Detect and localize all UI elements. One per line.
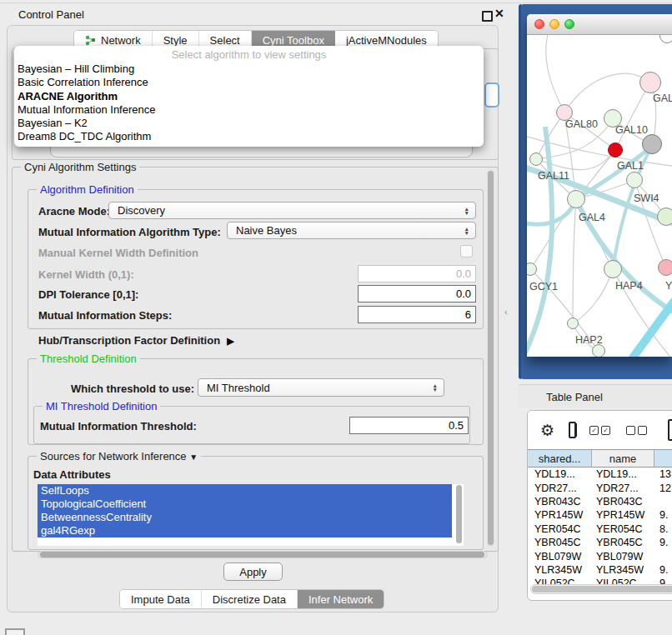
cell: YBR043C (528, 496, 592, 508)
empty-box-icon (638, 426, 647, 435)
list-scrollbar-thumb[interactable] (456, 485, 462, 543)
settings-horizontal-scrollbar[interactable] (38, 551, 488, 558)
network-node-selected[interactable] (608, 142, 623, 158)
sources-title-label: Sources for Network Inference (40, 450, 187, 462)
manual-kernel-checkbox[interactable] (460, 245, 473, 258)
network-node[interactable] (592, 344, 605, 357)
mi-threshold-field[interactable]: 0.5 (349, 417, 469, 434)
network-node[interactable] (626, 172, 643, 188)
algorithm-option[interactable]: Bayesian – Hill Climbing (14, 62, 484, 76)
network-window[interactable]: GAL GAL80 GAL10 GAL1 GAL11 SWI4 GAL4 GCY… (527, 14, 672, 357)
table-horizontal-scrollbar[interactable] (530, 584, 672, 594)
minimize-traffic-light-icon[interactable] (549, 19, 559, 29)
float-window-icon[interactable] (482, 11, 493, 22)
attribute-item-selected[interactable]: gal4RGexp (38, 524, 452, 538)
settings-vertical-scrollbar[interactable] (487, 170, 494, 547)
table-panel-box: ⚙ ✓✓ shared... name YDL19...YDL19...13 Y… (527, 410, 672, 601)
algorithm-placeholder: Select algorithm to view settings (14, 48, 484, 62)
table-row[interactable]: YDR27...YDR27...12 (528, 481, 672, 494)
table-row[interactable]: YBR043CYBR043C (528, 495, 672, 508)
close-icon[interactable]: ✕ (494, 7, 504, 20)
cell: YDR27... (528, 482, 592, 494)
algorithm-option[interactable]: Bayesian – K2 (14, 117, 484, 130)
network-node[interactable] (658, 259, 672, 276)
which-threshold-combo[interactable]: MI Threshold ▲▼ (198, 378, 444, 397)
empty-box-icon (626, 426, 635, 435)
tab-infer-network-label: Infer Network (308, 593, 373, 606)
data-attributes-list: SelfLoops TopologicalCoefficient Between… (38, 484, 464, 546)
algorithm-option[interactable]: Basic Correlation Inference (14, 76, 484, 89)
table-row[interactable]: YBR045CYBR045C9. (528, 536, 672, 549)
table-toolbar: ⚙ ✓✓ (528, 411, 672, 449)
hub-definition-expander[interactable]: Hub/Transcription Factor Definition▶ (38, 334, 234, 347)
columns-icon[interactable] (569, 422, 576, 438)
aracne-mode-combo[interactable]: Discovery ▲▼ (108, 202, 476, 219)
algorithm-option[interactable]: Dream8 DC_TDC Algorithm (14, 130, 484, 143)
focused-combo-stepper[interactable] (484, 82, 499, 108)
cell: YLR345W (528, 564, 592, 576)
network-node[interactable] (567, 318, 579, 329)
network-node[interactable] (567, 190, 585, 208)
network-frame-edge (519, 4, 521, 379)
cell: YIL052C (592, 578, 654, 584)
network-canvas[interactable]: GAL GAL80 GAL10 GAL1 GAL11 SWI4 GAL4 GCY… (527, 35, 672, 357)
column-header-shared[interactable]: shared... (528, 450, 592, 467)
network-node[interactable] (529, 152, 543, 166)
algorithm-option[interactable]: Mutual Information Inference (14, 103, 484, 117)
cell: YDL19... (528, 468, 592, 480)
table-row[interactable]: YPR145WYPR145W9. (528, 508, 672, 522)
select-all-icon[interactable]: ✓✓ (589, 426, 613, 435)
dpi-tolerance-field[interactable]: 0.0 (358, 285, 476, 302)
table-row[interactable]: YLR345WYLR345W9. (528, 563, 672, 577)
table-row[interactable]: YDL19...YDL19...13 (528, 468, 672, 481)
column-header-partial[interactable] (654, 450, 672, 467)
table-row[interactable]: YBL079WYBL079W (528, 549, 672, 562)
sources-group-title[interactable]: Sources for Network Inference ▼ (37, 450, 201, 462)
kernel-width-field[interactable]: 0.0 (358, 265, 476, 282)
algorithm-option-selected[interactable]: ARACNE Algorithm (14, 90, 484, 103)
cell: YIL052C (528, 578, 592, 584)
network-node[interactable] (657, 208, 672, 226)
network-node[interactable] (639, 72, 661, 93)
panel-splitter-handle[interactable]: ‹ (504, 307, 508, 317)
control-panel-title: Control Panel (18, 8, 84, 21)
cell: YBR045C (528, 537, 592, 548)
network-node[interactable] (642, 134, 662, 154)
tab-impute-data[interactable]: Impute Data (120, 590, 202, 608)
table-row[interactable]: YIL052CYIL052C9 (528, 577, 672, 584)
mi-type-combo[interactable]: Naive Bayes ▲▼ (227, 222, 476, 239)
apply-button[interactable]: Apply (223, 562, 283, 581)
attribute-item-selected[interactable]: TopologicalCoefficient (38, 498, 452, 511)
tab-discretize-data-label: Discretize Data (213, 593, 286, 606)
cell: YLR345W (592, 564, 654, 576)
zoom-traffic-light-icon[interactable] (564, 19, 574, 29)
algorithm-dropdown-popup: Select algorithm to view settings Bayesi… (14, 46, 484, 147)
gear-icon[interactable]: ⚙ (540, 421, 554, 440)
kernel-width-label: Kernel Width (0,1): (38, 268, 134, 281)
table-scrollbar-thumb[interactable] (532, 586, 672, 592)
bottom-tabbar: Impute Data Discretize Data Infer Networ… (119, 589, 384, 609)
export-table-icon[interactable] (668, 419, 672, 441)
settings-scrollbar-thumb[interactable] (488, 171, 494, 545)
deselect-all-icon[interactable] (626, 426, 649, 435)
aracne-mode-label: Aracne Mode: (38, 205, 110, 218)
attribute-item-selected[interactable]: SelfLoops (38, 484, 452, 498)
tab-discretize-data[interactable]: Discretize Data (202, 590, 298, 608)
attribute-item-selected[interactable]: BetweennessCentrality (38, 511, 452, 524)
close-traffic-light-icon[interactable] (534, 19, 544, 29)
mi-threshold-group-title: MI Threshold Definition (43, 400, 160, 412)
table-panel-bar: Table Panel (519, 384, 672, 408)
mi-steps-field[interactable]: 6 (358, 306, 476, 323)
column-header-name[interactable]: name (592, 450, 654, 467)
horizontal-scrollbar-thumb[interactable] (40, 552, 484, 558)
node-label: GAL80 (565, 118, 598, 130)
network-window-titlebar[interactable] (527, 14, 672, 35)
table-row[interactable]: YER054CYER054C8. (528, 522, 672, 536)
tab-jactivemnodules-label: jActiveMNodules (346, 34, 427, 47)
cell: YPR145W (528, 509, 592, 521)
tab-infer-network[interactable]: Infer Network (298, 590, 384, 608)
minimized-panel-icon[interactable] (5, 628, 25, 635)
tab-select-label: Select (210, 34, 240, 47)
chevron-updown-icon: ▲▼ (464, 207, 469, 215)
network-node[interactable] (604, 260, 622, 278)
